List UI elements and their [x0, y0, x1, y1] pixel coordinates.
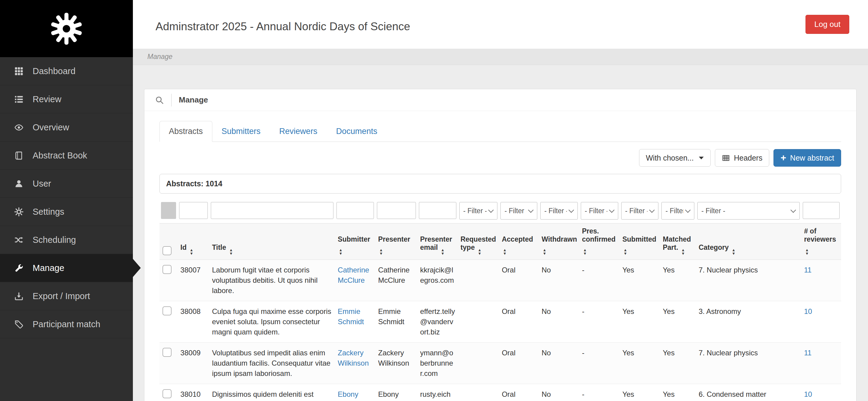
new-abstract-label: New abstract	[790, 154, 834, 163]
row-checkbox[interactable]	[162, 348, 172, 357]
filter-select-category[interactable]: - Filter -	[698, 202, 800, 220]
reviewer-count-link[interactable]: 11	[804, 349, 811, 357]
abstract-title: Culpa fuga qui maxime esse corporis even…	[209, 301, 335, 343]
reviewer-count-link[interactable]: 10	[804, 390, 812, 398]
tab-abstracts[interactable]: Abstracts	[159, 121, 212, 142]
filter-input-presenter[interactable]	[377, 202, 416, 219]
sort-icon: ▴▾	[503, 248, 506, 255]
filter-input-of-reviewers[interactable]	[803, 202, 840, 219]
reviewer-count: 10	[801, 301, 841, 343]
withdrawn-status: No	[539, 301, 579, 343]
select-all-checkbox[interactable]	[162, 246, 172, 255]
sidebar-item-scheduling[interactable]: Scheduling	[0, 226, 133, 254]
submitter: Zackery Wilkinson	[335, 343, 375, 384]
sort-icon: ▴▾	[380, 248, 382, 255]
category: 3. Astronomy	[696, 301, 801, 343]
column-header-select	[159, 224, 178, 260]
row-checkbox[interactable]	[162, 306, 172, 315]
content-area: Manage AbstractsSubmittersReviewersDocum…	[133, 65, 868, 401]
sidebar-item-review[interactable]: Review	[0, 85, 133, 113]
submitted-status: Yes	[620, 301, 660, 343]
headers-button[interactable]: Headers	[715, 149, 770, 167]
tab-submitters[interactable]: Submitters	[212, 121, 270, 142]
column-header-presenter-email[interactable]: Presenter email ▴▾	[417, 224, 458, 260]
new-abstract-button[interactable]: + New abstract	[773, 149, 841, 167]
breadcrumb: Manage	[133, 49, 868, 65]
reviewer-count-link[interactable]: 11	[804, 266, 811, 274]
column-header-pres-confirmed[interactable]: Pres. confirmed ▴▾	[579, 224, 620, 260]
column-header-submitted[interactable]: Submitted ▴▾	[620, 224, 660, 260]
sidebar: DashboardReviewOverviewAbstract BookUser…	[0, 0, 133, 401]
panel-title: Manage	[179, 95, 208, 105]
presenter-email: effertz.telly@vandervort.biz	[417, 301, 458, 343]
column-header-accepted[interactable]: Accepted ▴▾	[499, 224, 539, 260]
with-chosen-button[interactable]: With chosen...	[639, 149, 711, 167]
reviewer-count-link[interactable]: 10	[804, 307, 812, 315]
tab-documents[interactable]: Documents	[327, 121, 387, 142]
sidebar-item-dashboard[interactable]: Dashboard	[0, 57, 133, 85]
column-header-title[interactable]: Title ▴▾	[209, 224, 335, 260]
submitter-link[interactable]: Emmie Schmidt	[338, 307, 364, 326]
filter-input-title[interactable]	[211, 202, 334, 219]
sidebar-item-participant-match[interactable]: Participant match	[0, 310, 133, 338]
chevron-down-icon	[488, 207, 494, 212]
tab-reviewers[interactable]: Reviewers	[270, 121, 327, 142]
row-checkbox[interactable]	[162, 389, 172, 398]
presenter-name: Zackery Wilkinson	[375, 343, 417, 384]
chevron-down-icon	[528, 207, 533, 212]
row-checkbox[interactable]	[162, 265, 172, 274]
sidebar-item-settings[interactable]: Settings	[0, 198, 133, 226]
table-row: 38008Culpa fuga qui maxime esse corporis…	[159, 301, 841, 343]
sidebar-item-overview[interactable]: Overview	[0, 113, 133, 142]
sort-icon: ▴▾	[682, 248, 684, 255]
main-area: Adminstrator 2025 - Annual Nordic Days o…	[133, 0, 868, 401]
submitter-link[interactable]: Ebony Harber	[338, 390, 360, 401]
filter-select-requested-type[interactable]: - Filter -	[459, 202, 498, 220]
column-header-presenter[interactable]: Presenter ▴▾	[375, 224, 417, 260]
presenter-email: kkrajcik@legros.com	[417, 260, 458, 301]
column-header-matched-part[interactable]: Matched Part. ▴▾	[660, 224, 696, 260]
sidebar-item-label: Manage	[33, 263, 64, 273]
sidebar-item-manage[interactable]: Manage	[0, 254, 133, 282]
filter-input-presenter-email[interactable]	[419, 202, 456, 219]
sidebar-item-abstract-book[interactable]: Abstract Book	[0, 142, 133, 170]
column-header-of-reviewers[interactable]: # of reviewers ▴▾	[801, 224, 841, 260]
sort-icon: ▴▾	[478, 248, 481, 255]
column-header-withdrawn[interactable]: Withdrawn ▴▾	[539, 224, 579, 260]
column-header-submitter[interactable]: Submitter ▴▾	[335, 224, 375, 260]
column-header-requested-type[interactable]: Requested type ▴▾	[458, 224, 499, 260]
column-header-category[interactable]: Category ▴▾	[696, 224, 801, 260]
submitter-link[interactable]: Zackery Wilkinson	[338, 349, 369, 367]
column-header-id[interactable]: Id ▴▾	[178, 224, 209, 260]
with-chosen-label: With chosen...	[646, 154, 694, 163]
category: 6. Condensed matter	[696, 384, 801, 401]
dashboard-icon	[13, 66, 24, 76]
abstract-id: 38009	[178, 343, 209, 384]
headers-label: Headers	[734, 154, 763, 163]
sidebar-item-user[interactable]: User	[0, 170, 133, 198]
filter-select-matched-part[interactable]: - Filter -	[661, 202, 694, 220]
matched-part-status: Yes	[660, 343, 696, 384]
table-row: 38010Dignissimos quidem deleniti est dic…	[159, 384, 841, 401]
reviewer-count: 10	[801, 384, 841, 401]
chevron-down-icon	[790, 207, 796, 212]
reviewer-count: 11	[801, 343, 841, 384]
sort-icon: ▴▾	[624, 248, 627, 255]
filter-input-submitter[interactable]	[336, 202, 374, 219]
filter-input-id[interactable]	[179, 202, 208, 219]
table-row: 38009Voluptatibus sed impedit alias enim…	[159, 343, 841, 384]
filter-select-accepted[interactable]: - Filter -	[500, 202, 537, 220]
submitter-link[interactable]: Catherine McClure	[338, 266, 369, 284]
sidebar-item-export-import[interactable]: Export / Import	[0, 282, 133, 310]
category: 7. Nuclear physics	[696, 260, 801, 301]
sidebar-item-label: Participant match	[33, 319, 100, 329]
topbar: Adminstrator 2025 - Annual Nordic Days o…	[133, 0, 868, 49]
logout-button[interactable]: Log out	[805, 15, 849, 34]
app-logo	[0, 0, 133, 57]
filter-select-submitted[interactable]: - Filter -	[621, 202, 659, 220]
filter-select-pres-confirmed[interactable]: - Filter -	[581, 202, 618, 220]
pres-confirmed-status: -	[579, 301, 620, 343]
filter-select-withdrawn[interactable]: - Filter -	[540, 202, 578, 220]
table-body: 38007Laborum fugit vitae et corporis vol…	[159, 260, 841, 401]
toolbar: With chosen... Headers + New abstract	[159, 149, 841, 167]
